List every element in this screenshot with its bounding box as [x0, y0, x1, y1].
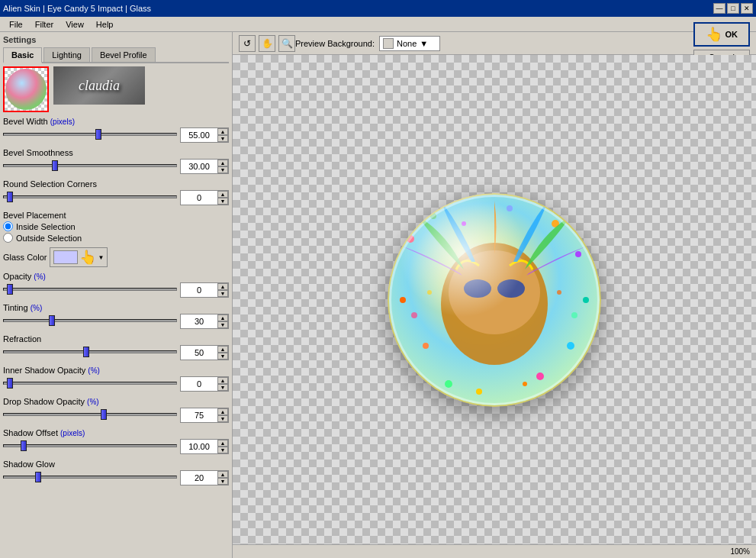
- bevel-width-group: Bevel Width (pixels) ▲ ▼: [3, 117, 229, 144]
- refraction-slider[interactable]: [3, 346, 177, 358]
- inner-shadow-input[interactable]: [181, 377, 217, 391]
- radio-outside-input[interactable]: [3, 233, 13, 243]
- refraction-spinbox[interactable]: ▲ ▼: [180, 345, 229, 360]
- menu-view[interactable]: View: [60, 18, 90, 31]
- opacity-slider[interactable]: [3, 283, 177, 295]
- bevel-smoothness-up[interactable]: ▲: [217, 160, 228, 166]
- statusbar: 100%: [233, 544, 756, 558]
- menubar: File Filter View Help: [0, 17, 756, 32]
- minimize-button[interactable]: —: [713, 3, 725, 14]
- shadow-offset-down[interactable]: ▼: [217, 447, 228, 453]
- bevel-smoothness-input[interactable]: [181, 160, 217, 173]
- drop-shadow-slider[interactable]: [3, 408, 177, 421]
- bevel-placement-group: Bevel Placement Inside Selection Outside…: [3, 211, 229, 243]
- refraction-row: ▲ ▼: [3, 344, 229, 361]
- drop-shadow-spinbox[interactable]: ▲ ▼: [180, 408, 229, 423]
- shadow-offset-input[interactable]: [181, 440, 217, 453]
- inner-shadow-up[interactable]: ▲: [217, 377, 228, 384]
- shadow-offset-up[interactable]: ▲: [217, 440, 228, 447]
- reset-tool-button[interactable]: ↺: [239, 35, 256, 52]
- ok-button[interactable]: 👆 OK: [693, 22, 751, 47]
- maximize-button[interactable]: □: [727, 3, 739, 14]
- inner-shadow-row: ▲ ▼: [3, 376, 229, 392]
- shadow-offset-label: Shadow Offset (pixels): [3, 428, 229, 437]
- opacity-spinbox[interactable]: ▲ ▼: [180, 282, 229, 298]
- bg-label: Preview Background:: [295, 39, 375, 48]
- close-button[interactable]: ✕: [741, 3, 753, 14]
- bg-select-dropdown[interactable]: None ▼: [379, 36, 440, 51]
- menu-help[interactable]: Help: [90, 18, 120, 31]
- bevel-smoothness-slider[interactable]: [3, 160, 177, 172]
- shadow-offset-slider[interactable]: [3, 440, 177, 452]
- tab-lighting[interactable]: Lighting: [43, 47, 90, 62]
- menu-file[interactable]: File: [3, 18, 29, 31]
- round-corners-group: Round Selection Corners ▲ ▼: [3, 179, 229, 206]
- round-corners-spinbox[interactable]: ▲ ▼: [180, 190, 229, 205]
- drop-shadow-input[interactable]: [181, 408, 217, 422]
- opacity-input[interactable]: [181, 283, 217, 297]
- shadow-glow-input[interactable]: [181, 471, 217, 485]
- preview-thumb-selected[interactable]: [3, 66, 49, 112]
- round-corners-input[interactable]: [181, 191, 217, 205]
- round-corners-row: ▲ ▼: [3, 189, 229, 206]
- shadow-glow-down[interactable]: ▼: [217, 478, 228, 485]
- bevel-smoothness-row: ▲ ▼: [3, 158, 229, 175]
- glass-color-label: Glass Color: [3, 253, 47, 262]
- bevel-smoothness-spinbox[interactable]: ▲ ▼: [180, 159, 229, 174]
- refraction-down[interactable]: ▼: [217, 353, 228, 360]
- tinting-spinbox[interactable]: ▲ ▼: [180, 314, 229, 329]
- titlebar-title: Alien Skin | Eye Candy 5 Impact | Glass: [3, 4, 151, 13]
- tinting-up[interactable]: ▲: [217, 314, 228, 321]
- shadow-glow-spinbox[interactable]: ▲ ▼: [180, 470, 229, 485]
- tinting-slider[interactable]: [3, 314, 177, 327]
- shadow-offset-row: ▲ ▼: [3, 438, 229, 455]
- tinting-down[interactable]: ▼: [217, 321, 228, 328]
- opacity-down[interactable]: ▼: [217, 290, 228, 297]
- shadow-glow-slider[interactable]: [3, 471, 177, 483]
- banner-text: claudia: [53, 66, 145, 105]
- pan-tool-button[interactable]: ✋: [259, 35, 275, 52]
- drop-shadow-up[interactable]: ▲: [217, 408, 228, 415]
- preview-banner: claudia: [53, 66, 145, 105]
- shadow-offset-spinbox[interactable]: ▲ ▼: [180, 439, 229, 454]
- drop-shadow-spinbox-btns: ▲ ▼: [217, 408, 228, 422]
- inner-shadow-slider[interactable]: [3, 377, 177, 389]
- round-corners-spinbox-btns: ▲ ▼: [217, 191, 228, 205]
- glass-color-btn[interactable]: 👆 ▼: [50, 247, 108, 267]
- drop-shadow-down[interactable]: ▼: [217, 415, 228, 422]
- inner-shadow-spinbox[interactable]: ▲ ▼: [180, 376, 229, 392]
- bevel-smoothness-down[interactable]: ▼: [217, 166, 228, 173]
- menu-filter[interactable]: Filter: [29, 18, 60, 31]
- inner-shadow-down[interactable]: ▼: [217, 384, 228, 391]
- bevel-width-spinbox[interactable]: ▲ ▼: [180, 127, 229, 143]
- shadow-offset-group: Shadow Offset (pixels) ▲ ▼: [3, 428, 229, 455]
- round-corners-label: Round Selection Corners: [3, 179, 229, 189]
- drop-shadow-row: ▲ ▼: [3, 407, 229, 424]
- radio-inside-input[interactable]: [3, 221, 13, 231]
- round-corners-down[interactable]: ▼: [217, 198, 228, 205]
- tinting-input[interactable]: [181, 314, 217, 328]
- refraction-up[interactable]: ▲: [217, 346, 228, 353]
- radio-outside[interactable]: Outside Selection: [3, 233, 229, 243]
- shadow-glow-row: ▲ ▼: [3, 469, 229, 486]
- zoom-tool-button[interactable]: 🔍: [278, 35, 295, 52]
- tab-bevel-profile[interactable]: Bevel Profile: [92, 47, 156, 62]
- shadow-glow-group: Shadow Glow ▲ ▼: [3, 460, 229, 486]
- opacity-up[interactable]: ▲: [217, 283, 228, 290]
- bevel-width-slider[interactable]: [3, 128, 177, 140]
- bevel-smoothness-label: Bevel Smoothness: [3, 148, 229, 157]
- tab-basic[interactable]: Basic: [3, 47, 42, 63]
- bevel-width-up[interactable]: ▲: [217, 128, 228, 135]
- refraction-input[interactable]: [181, 346, 217, 360]
- bevel-width-down[interactable]: ▼: [217, 135, 228, 142]
- tinting-label: Tinting (%): [3, 303, 229, 312]
- round-corners-up[interactable]: ▲: [217, 191, 228, 198]
- settings-label: Settings: [3, 35, 36, 44]
- radio-inside[interactable]: Inside Selection: [3, 221, 229, 231]
- bg-dropdown-arrow: ▼: [420, 39, 428, 48]
- shadow-glow-up[interactable]: ▲: [217, 471, 228, 478]
- bevel-width-input[interactable]: [181, 128, 217, 142]
- tabs-area: Basic Lighting Bevel Profile: [3, 47, 229, 63]
- bg-selector: Preview Background: None ▼: [295, 36, 440, 51]
- round-corners-slider[interactable]: [3, 191, 177, 203]
